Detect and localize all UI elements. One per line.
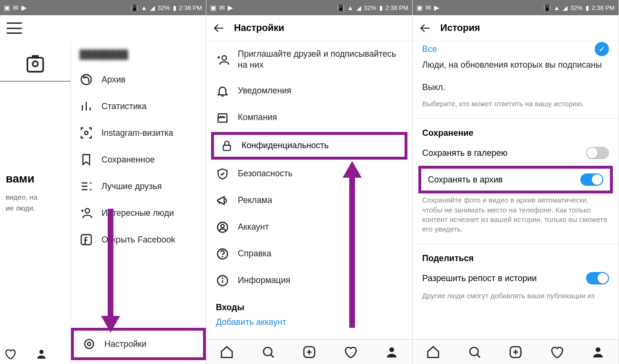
profile-tab-icon[interactable] [35, 348, 48, 360]
storefront-icon [216, 111, 229, 124]
settings-item-about[interactable]: Информация [206, 267, 412, 294]
heart-icon[interactable] [343, 345, 357, 359]
drawer-item-nametag[interactable]: Instagram-визитка [71, 120, 206, 146]
label: Разрешить репост в истории [422, 273, 537, 283]
svg-point-21 [389, 347, 394, 352]
status-bar: ▣✉▶ 📳▲◢32%▮2:38 PM [413, 0, 619, 15]
label: Instagram-визитка [101, 128, 173, 138]
toggle-save-archive[interactable]: Сохранять в архив [418, 166, 613, 193]
svg-point-2 [40, 350, 44, 354]
drawer-item-close-friends[interactable]: Лучшие друзья [71, 173, 206, 200]
heart-icon[interactable] [4, 348, 16, 360]
vibrate-icon: 📳 [131, 4, 138, 11]
toggle-allow-repost[interactable]: Разрешить репост в истории [413, 266, 619, 290]
profile-tab-icon[interactable] [385, 345, 399, 359]
archive-hint: Сохраняйте фото и видео в архив автомати… [413, 194, 619, 241]
add-post-icon[interactable] [508, 345, 523, 359]
svg-point-24 [470, 347, 478, 356]
home-icon[interactable] [426, 345, 440, 359]
bell-icon [216, 84, 229, 98]
drawer-item-archive[interactable]: Архив [71, 66, 206, 93]
svg-rect-12 [223, 145, 230, 151]
back-arrow-icon[interactable] [213, 22, 225, 34]
stats-icon [80, 100, 93, 113]
info-icon [216, 274, 229, 287]
play-status-icon: ▶ [434, 4, 439, 11]
clock: 2:38 PM [592, 4, 615, 11]
signal-icon: ◢ [563, 4, 568, 11]
label: Информация [238, 275, 290, 285]
vibrate-icon: 📳 [337, 4, 345, 11]
settings-item-business[interactable]: Компания [206, 104, 412, 131]
tag-person-icon[interactable] [25, 53, 46, 74]
play-status-icon: ▶ [21, 4, 27, 11]
drawer-item-settings[interactable]: Настройки [71, 328, 206, 360]
battery-pct: 32% [570, 4, 583, 11]
strip-title: вами [3, 172, 68, 185]
annotation-arrow-down [101, 209, 120, 333]
svg-point-18 [222, 278, 223, 279]
label: Справка [238, 249, 272, 259]
settings-item-ads[interactable]: Реклама [206, 187, 412, 214]
search-icon[interactable] [467, 345, 482, 359]
search-icon[interactable] [261, 345, 275, 359]
phone-2-settings: ▣✉▶ 📳▲◢32%▮2:38 PM Настройки Приглашайте… [206, 0, 413, 364]
nametag-icon [80, 126, 93, 140]
settings-item-notifications[interactable]: Уведомления [206, 78, 412, 104]
profile-left-strip: вами видео, на ие люди. [0, 41, 71, 364]
megaphone-icon [216, 194, 229, 207]
svg-marker-10 [101, 316, 120, 333]
drawer-item-facebook[interactable]: Открыть Facebook [71, 226, 206, 253]
toggle-off[interactable] [586, 147, 609, 159]
heart-icon[interactable] [549, 345, 564, 359]
status-bar: ▣ ✉ ▶ 📳 ▲ ◢ 32% ▮ 2:38 PM [0, 0, 206, 15]
battery-icon: ▮ [379, 4, 383, 11]
settings-item-security[interactable]: Безопасность [206, 161, 412, 187]
wifi-icon: ▲ [554, 4, 560, 11]
gallery-status-icon: ▣ [416, 4, 423, 11]
drawer-item-discover-people[interactable]: Интересные люди [71, 200, 206, 226]
svg-point-19 [264, 347, 272, 356]
add-post-icon[interactable] [302, 345, 316, 359]
clock: 2:38 PM [386, 4, 408, 11]
strip-sub1: видео, на [3, 192, 68, 202]
header-title: История [440, 22, 480, 33]
profile-tab-icon[interactable] [591, 345, 605, 359]
reply-hint: Выберите, кто может ответить на вашу ист… [413, 98, 619, 115]
reply-option-followers[interactable]: Люди, на обновления которых вы подписаны [413, 57, 619, 77]
settings-item-help[interactable]: Справка [206, 241, 412, 267]
label: Статистика [101, 101, 147, 111]
reply-option-off[interactable]: Выкл. [413, 77, 619, 98]
header-title: Настройки [234, 22, 284, 33]
svg-point-11 [222, 56, 226, 60]
settings-item-privacy[interactable]: Конфиденциальность [211, 132, 407, 160]
svg-rect-9 [108, 209, 113, 318]
reply-option-all[interactable]: Все ✓ [413, 41, 619, 57]
settings-item-invite[interactable]: Приглашайте друзей и подписывайтесь на н… [206, 42, 412, 78]
svg-marker-22 [343, 161, 362, 178]
wifi-icon: ▲ [141, 4, 147, 11]
wifi-icon: ▲ [347, 4, 354, 11]
label: Все [422, 44, 437, 54]
toggle-on[interactable] [586, 272, 609, 284]
svg-rect-23 [349, 175, 355, 328]
hamburger-icon[interactable] [7, 22, 22, 34]
drawer-item-saved[interactable]: Сохраненное [71, 146, 206, 173]
home-icon[interactable] [220, 345, 234, 359]
label: Сохранять в галерею [422, 148, 507, 158]
label: Аккаунт [238, 222, 269, 232]
toggle-on[interactable] [580, 173, 603, 186]
annotation-arrow-up [343, 161, 362, 328]
label: Сохраненное [101, 155, 155, 165]
facebook-icon [80, 233, 93, 246]
section-saving: Сохранение [413, 121, 619, 141]
label: Конфиденциальность [242, 141, 329, 151]
back-arrow-icon[interactable] [419, 22, 432, 34]
drawer-item-stats[interactable]: Статистика [71, 93, 206, 120]
side-drawer: ████████ Архив Статистика Instagram-визи… [71, 41, 206, 364]
toggle-save-gallery[interactable]: Сохранять в галерею [413, 141, 619, 165]
gear-icon [82, 337, 96, 351]
settings-item-account[interactable]: Аккаунт [206, 214, 412, 241]
label: Приглашайте друзей и подписывайтесь на н… [238, 49, 403, 71]
mail-status-icon: ✉ [13, 4, 19, 11]
